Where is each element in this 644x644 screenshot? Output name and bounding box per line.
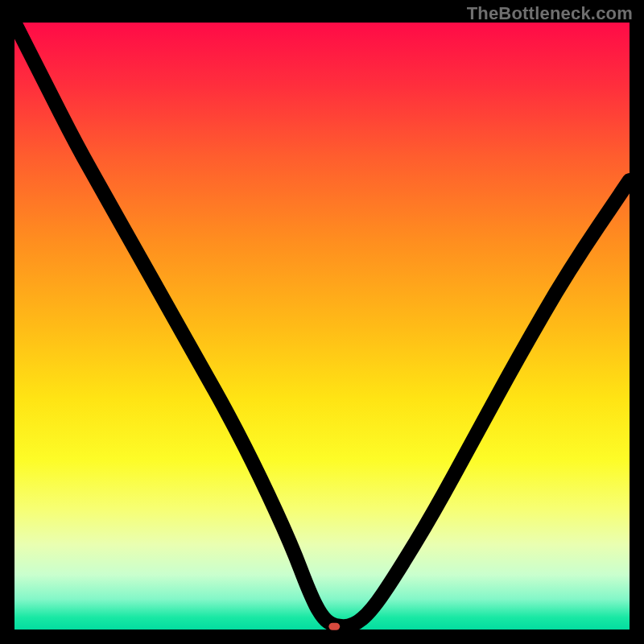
plot-area <box>14 23 630 630</box>
chart-svg <box>14 23 630 630</box>
minimum-marker <box>328 623 340 630</box>
bottleneck-curve <box>14 23 630 626</box>
chart-frame: TheBottleneck.com <box>0 0 644 644</box>
watermark-text: TheBottleneck.com <box>467 3 633 24</box>
